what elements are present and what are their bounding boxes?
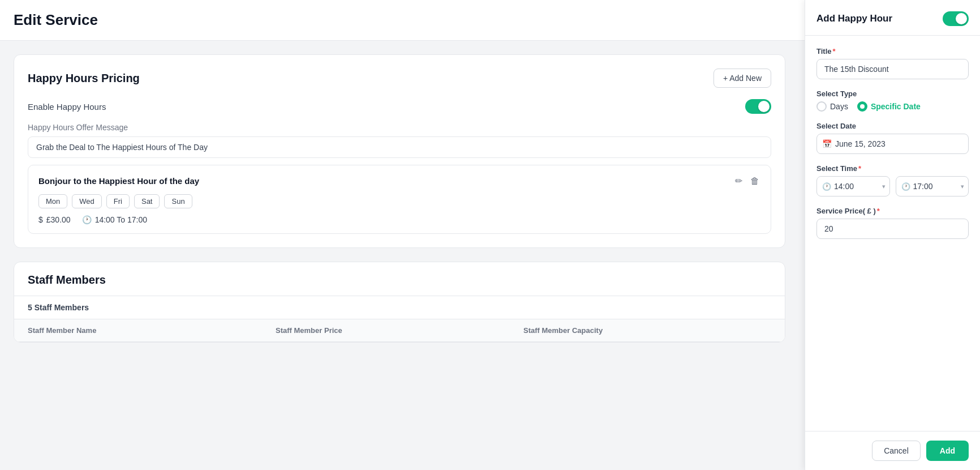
day-badge-wed: Wed (72, 194, 102, 208)
add-new-button[interactable]: + Add New (713, 69, 771, 88)
staff-section-title: Staff Members (14, 262, 785, 296)
select-type-group: Select Type Days Specific Date (816, 89, 969, 112)
date-input[interactable] (816, 134, 969, 154)
date-input-wrap: 📅 (816, 134, 969, 154)
title-input[interactable] (816, 59, 969, 79)
staff-table-header: Staff Member Name Staff Member Price Sta… (14, 319, 785, 342)
add-happy-hour-panel: Add Happy Hour Title * Select Type Days (805, 0, 980, 370)
staff-members-section: Staff Members 5 Staff Members Staff Memb… (14, 262, 785, 343)
radio-specific-date[interactable]: Specific Date (857, 101, 921, 112)
title-required: * (833, 47, 836, 55)
col-price: Staff Member Price (276, 326, 523, 335)
price-required: * (877, 207, 880, 215)
select-date-group: Select Date 📅 (816, 122, 969, 154)
service-price-input[interactable] (816, 219, 969, 239)
enable-toggle[interactable] (745, 99, 771, 114)
radio-circle-days (816, 101, 827, 112)
title-group: Title * (816, 47, 969, 79)
time-value: 14:00 To 17:00 (95, 215, 147, 224)
day-badge-sat: Sat (134, 194, 160, 208)
staff-count: 5 Staff Members (14, 296, 785, 319)
happy-hours-section: Happy Hours Pricing + Add New Enable Hap… (14, 54, 785, 248)
day-badge-sun: Sun (164, 194, 192, 208)
price-info: $ £30.00 (38, 215, 71, 224)
time-row: 🕐 14:00 15:00 16:00 ▾ 🕐 17:00 18:00 19:0… (816, 176, 969, 196)
select-type-label: Select Type (816, 89, 969, 98)
offer-message-label: Happy Hours Offer Message (28, 123, 771, 132)
service-price-label: Service Price( £ ) * (816, 207, 969, 215)
col-capacity: Staff Member Capacity (523, 326, 771, 335)
page-title: Edit Service (14, 11, 98, 29)
trash-icon: 🗑 (750, 176, 759, 186)
happy-hour-item: Bonjour to the Happiest Hour of the day … (28, 165, 771, 234)
panel-body: Title * Select Type Days Specific Date S… (805, 36, 980, 370)
clock-icon-item: 🕐 (82, 215, 92, 224)
radio-group: Days Specific Date (816, 101, 969, 112)
edit-item-button[interactable]: ✏ (734, 174, 743, 187)
day-badge-fri: Fri (106, 194, 130, 208)
clock-icon-from: 🕐 (822, 182, 831, 191)
section-header: Happy Hours Pricing + Add New (28, 69, 771, 88)
days-row: Mon Wed Fri Sat Sun (38, 194, 760, 208)
radio-circle-specific (857, 101, 867, 112)
item-actions: ✏ 🗑 (734, 174, 760, 187)
dollar-icon: $ (38, 215, 43, 224)
toggle-thumb (758, 101, 770, 112)
enable-happy-hours-label: Enable Happy Hours (28, 102, 106, 112)
happy-hour-item-title: Bonjour to the Happiest Hour of the day (38, 176, 199, 186)
day-badge-mon: Mon (38, 194, 67, 208)
time-from-wrap: 🕐 14:00 15:00 16:00 ▾ (816, 176, 890, 196)
enable-happy-hours-row: Enable Happy Hours (28, 99, 771, 114)
panel-toggle-track (943, 11, 969, 26)
radio-days[interactable]: Days (816, 101, 848, 112)
calendar-icon: 📅 (822, 139, 832, 148)
select-time-group: Select Time * 🕐 14:00 15:00 16:00 ▾ 🕐 (816, 164, 969, 196)
select-date-label: Select Date (816, 122, 969, 130)
panel-header: Add Happy Hour (805, 0, 980, 36)
offer-message-group: Happy Hours Offer Message (28, 123, 771, 158)
toggle-track (745, 99, 771, 114)
panel-title: Add Happy Hour (816, 13, 892, 24)
price-time-row: $ £30.00 🕐 14:00 To 17:00 (38, 215, 760, 224)
offer-message-input[interactable] (28, 136, 771, 158)
time-info: 🕐 14:00 To 17:00 (82, 215, 147, 224)
col-name: Staff Member Name (28, 326, 276, 335)
happy-hour-item-header: Bonjour to the Happiest Hour of the day … (38, 174, 760, 187)
panel-toggle[interactable] (943, 11, 969, 26)
service-price-group: Service Price( £ ) * (816, 207, 969, 239)
title-label: Title * (816, 47, 969, 55)
clock-icon-to: 🕐 (901, 182, 910, 191)
delete-item-button[interactable]: 🗑 (749, 174, 760, 187)
time-to-wrap: 🕐 17:00 18:00 19:00 ▾ (896, 176, 969, 196)
panel-toggle-thumb (956, 13, 967, 24)
radio-specific-label: Specific Date (871, 102, 921, 111)
time-required: * (858, 164, 861, 173)
happy-hours-title: Happy Hours Pricing (28, 72, 140, 85)
select-time-label: Select Time * (816, 164, 969, 173)
price-value: £30.00 (46, 215, 71, 224)
pencil-icon: ✏ (735, 176, 742, 186)
radio-days-label: Days (830, 102, 848, 111)
